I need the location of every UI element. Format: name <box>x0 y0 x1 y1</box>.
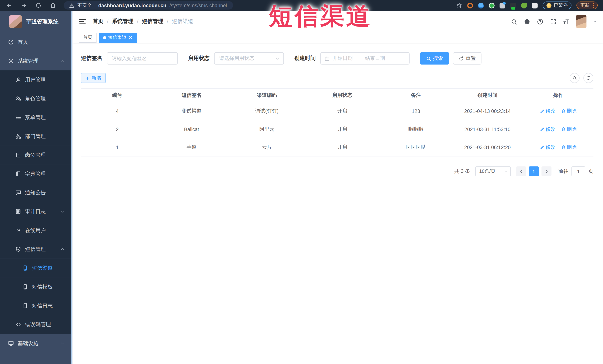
cell-remark: 123 <box>380 102 452 120</box>
delete-button[interactable]: 删除 <box>561 144 577 151</box>
forward-icon[interactable] <box>21 2 27 8</box>
sidebar-item-label: 系统管理 <box>18 57 38 64</box>
date-range-picker[interactable]: 开始日期 - 结束日期 <box>320 52 410 65</box>
sidebar-item-online-user[interactable]: 在线用户 <box>0 221 73 240</box>
close-icon[interactable] <box>128 35 133 40</box>
breadcrumb-item[interactable]: 系统管理 <box>112 18 133 25</box>
refresh-icon <box>459 56 464 61</box>
cell-code: 调试(钉钉) <box>229 102 305 120</box>
add-button[interactable]: 新增 <box>81 73 106 83</box>
tab-sms-channel[interactable]: 短信渠道 <box>99 33 137 43</box>
header-actions <box>511 15 597 28</box>
cell-status: 开启 <box>305 120 380 138</box>
toggle-search-button[interactable] <box>569 73 580 83</box>
back-icon[interactable] <box>6 2 12 8</box>
cell-status: 开启 <box>305 138 380 156</box>
sidebar-item-audit-log[interactable]: 审计日志 <box>0 202 73 221</box>
sidebar-item-infra[interactable]: 基础设施 <box>0 334 73 353</box>
reset-button[interactable]: 重置 <box>453 52 481 65</box>
sidebar-item-role[interactable]: 角色管理 <box>0 89 73 108</box>
page-size-select[interactable]: 10条/页 <box>475 166 511 176</box>
signal-icon <box>15 228 21 233</box>
delete-button-label: 删除 <box>567 126 577 132</box>
breadcrumb-item[interactable]: 首页 <box>93 18 103 25</box>
browser-menu-icon[interactable] <box>593 3 594 8</box>
breadcrumb-separator: / <box>167 18 168 24</box>
logo-row[interactable]: 芋道管理系统 <box>0 11 73 33</box>
cell-sign: 芋道 <box>154 138 229 156</box>
ext-green-leaf-icon[interactable] <box>521 2 527 8</box>
ext-green-check-icon[interactable] <box>489 2 495 8</box>
page-size-value: 10条/页 <box>479 168 504 175</box>
ext-gray-blue-dot-icon[interactable] <box>500 2 505 8</box>
sidebar-item-label: 在线用户 <box>25 227 46 234</box>
ext-orange-ring-icon[interactable] <box>467 2 473 8</box>
table-row: 2Ballcat阿里云开启啦啦啦2021-03-31 11:53:10修改删除 <box>81 120 593 138</box>
search-icon <box>426 56 431 61</box>
sign-label: 短信签名 <box>81 55 102 62</box>
sidebar-scrollbar[interactable] <box>71 11 73 364</box>
sidebar-item-sms-log[interactable]: 短信日志 <box>0 296 73 315</box>
edit-button[interactable]: 修改 <box>540 108 556 114</box>
font-size-icon[interactable] <box>563 18 569 25</box>
status-select[interactable]: 请选择启用状态 <box>214 52 284 65</box>
sidebar-item-sms[interactable]: 短信管理 <box>0 240 73 259</box>
edit-icon <box>540 127 544 132</box>
sign-input[interactable] <box>107 52 178 65</box>
total-count: 共 3 条 <box>454 168 470 175</box>
search-form: 短信签名 启用状态 请选择启用状态 创建时间 <box>81 52 593 65</box>
sidebar-item-error-code[interactable]: 错误码管理 <box>0 315 73 334</box>
tree-icon <box>15 133 21 139</box>
delete-button[interactable]: 删除 <box>561 126 577 132</box>
cell-status: 开启 <box>305 102 380 120</box>
browser-home-icon[interactable] <box>50 2 56 8</box>
sidebar-item-dept[interactable]: 部门管理 <box>0 127 73 146</box>
log-icon <box>15 209 21 214</box>
breadcrumb-separator: / <box>137 18 138 24</box>
tab-label: 首页 <box>83 34 93 41</box>
next-page-button[interactable] <box>542 166 552 176</box>
app-title: 芋道管理系统 <box>26 18 58 25</box>
sidebar-item-dict[interactable]: 字典管理 <box>0 165 73 183</box>
tab-home[interactable]: 首页 <box>79 33 96 43</box>
sidebar-item-system[interactable]: 系统管理 <box>0 52 73 70</box>
breadcrumb-item[interactable]: 短信管理 <box>142 18 163 25</box>
prev-page-button[interactable] <box>516 166 526 176</box>
page-number-button[interactable]: 1 <box>529 166 539 176</box>
docs-question-icon[interactable] <box>537 18 544 25</box>
ext-white-puzzle-icon[interactable] <box>532 2 538 8</box>
bookmark-star-icon[interactable] <box>456 2 462 8</box>
fullscreen-icon[interactable] <box>550 18 557 25</box>
search-button[interactable]: 搜索 <box>420 52 449 65</box>
edit-button[interactable]: 修改 <box>540 144 556 151</box>
sidebar-item-label: 首页 <box>18 39 28 45</box>
column-header: 编号 <box>81 89 154 102</box>
sidebar-item-sms-channel[interactable]: 短信渠道 <box>0 259 73 278</box>
chevron-down-icon[interactable] <box>593 20 597 23</box>
sidebar-item-post[interactable]: 岗位管理 <box>0 145 73 165</box>
avatar[interactable] <box>576 15 587 28</box>
browser-update-button[interactable]: 更新 <box>577 1 598 9</box>
sidebar-item-home[interactable]: 首页 <box>0 33 73 52</box>
search-icon[interactable] <box>511 18 517 25</box>
sidebar-item-sms-template[interactable]: 短信模板 <box>0 277 73 296</box>
paused-extension-badge[interactable]: 已暂停 <box>543 1 571 9</box>
delete-button[interactable]: 删除 <box>561 108 577 114</box>
status-label: 启用状态 <box>188 55 209 62</box>
github-icon[interactable] <box>524 18 530 25</box>
edit-button[interactable]: 修改 <box>540 126 556 132</box>
ext-dark-on-badge-icon[interactable] <box>510 2 516 8</box>
status-placeholder: 请选择启用状态 <box>219 55 275 62</box>
sidebar-item-user[interactable]: 用户管理 <box>0 70 73 89</box>
ext-blue-pin-icon[interactable] <box>478 2 484 8</box>
address-bar[interactable]: 不安全 dashboard.yudao.iocoder.cn/system/sm… <box>64 1 233 10</box>
refresh-table-button[interactable] <box>583 73 593 83</box>
sidebar-item-menu[interactable]: 菜单管理 <box>0 108 73 127</box>
collapse-sidebar-icon[interactable] <box>79 19 86 24</box>
cell-created: 2021-04-13 00:23:14 <box>452 102 523 120</box>
search-button-label: 搜索 <box>433 55 443 62</box>
reload-icon[interactable] <box>35 2 42 8</box>
goto-page-input[interactable] <box>571 166 585 176</box>
sidebar-item-notice[interactable]: 通知公告 <box>0 183 73 202</box>
table-toolbar: 新增 <box>81 73 593 83</box>
